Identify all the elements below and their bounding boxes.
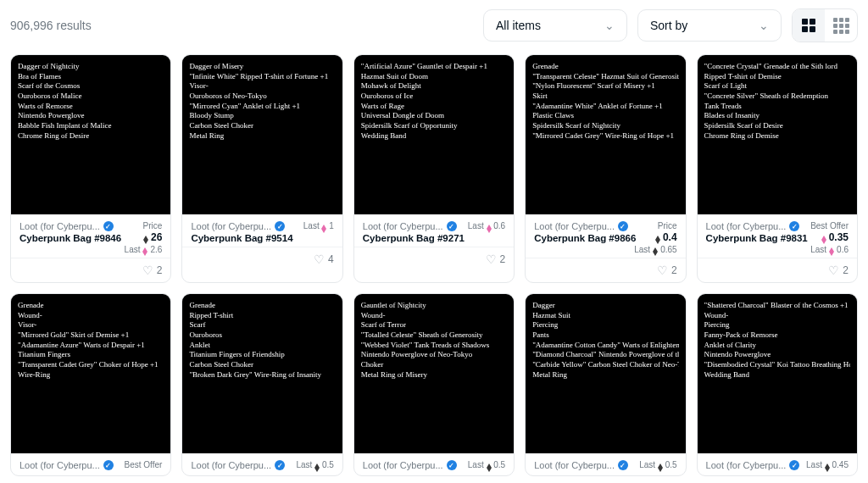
- price-label: Last 0.5: [296, 460, 333, 469]
- loot-line: Nintendo Powerglove: [704, 350, 850, 360]
- loot-line: Grenade: [532, 62, 678, 72]
- price-value: 0.35: [821, 231, 849, 243]
- card-meta: Loot (for Cyberpu...Last 0.45: [698, 453, 857, 475]
- loot-line: Metal Ring: [189, 131, 335, 142]
- price-label: Best Offer: [810, 221, 849, 230]
- loot-line: Visor-: [189, 81, 335, 92]
- grid-large-icon: [802, 19, 815, 32]
- loot-line: "Mirrored Cyan" Anklet of Light +1: [189, 102, 335, 112]
- loot-line: Metal Ring: [532, 370, 678, 380]
- card-meta: Loot (for Cyberpu...Last 0.5: [182, 453, 342, 475]
- loot-line: Spidersilk Scarf of Desire: [704, 121, 850, 131]
- loot-line: "Totalled Celeste" Sheath of Generosity: [361, 330, 507, 341]
- collection-name: Loot (for Cyberpu...: [19, 221, 100, 231]
- loot-line: "Disembodied Crystal" Koi Tattoo Breathi…: [704, 360, 850, 370]
- filter-items-label: All items: [496, 19, 541, 32]
- nft-card[interactable]: DaggerHazmat SuitPiercingPants"Adamantin…: [525, 293, 686, 476]
- loot-line: Dagger: [532, 301, 678, 311]
- loot-line: Wedding Band: [704, 370, 850, 380]
- heart-icon[interactable]: ♡: [314, 253, 325, 266]
- loot-line: Wire-Ring: [18, 370, 164, 380]
- nft-title: Cyberpunk Bag #9514: [191, 233, 292, 243]
- nft-card[interactable]: GrenadeWound-Visor-"Mirrored Gold" Skirt…: [10, 293, 171, 476]
- loot-line: "Artificial Azure" Gauntlet of Despair +…: [361, 62, 507, 72]
- loot-line: "Broken Dark Grey" Wire-Ring of Insanity: [189, 370, 335, 380]
- nft-card[interactable]: GrenadeRipped T-shirtScarfOuroborosAnkle…: [181, 293, 342, 476]
- loot-line: Piercing: [704, 320, 850, 330]
- nft-card[interactable]: Grenade"Transparent Celeste" Hazmat Suit…: [525, 54, 686, 283]
- verified-icon: [447, 460, 457, 470]
- heart-icon[interactable]: ♡: [657, 264, 668, 277]
- loot-line: Piercing: [532, 320, 678, 330]
- loot-line: Gauntlet of Nightcity: [361, 301, 507, 311]
- heart-icon[interactable]: ♡: [142, 264, 153, 277]
- nft-preview: GrenadeRipped T-shirtScarfOuroborosAnkle…: [182, 294, 342, 453]
- verified-icon: [789, 460, 799, 470]
- loot-line: Anklet: [189, 341, 335, 351]
- like-count: 2: [843, 264, 849, 276]
- results-count: 906,996 results: [10, 19, 473, 32]
- heart-icon[interactable]: ♡: [828, 264, 839, 277]
- price-label: Best Offer: [125, 460, 163, 469]
- loot-line: Wound-: [361, 311, 507, 321]
- grid-small-icon: [833, 18, 849, 34]
- loot-line: Spidersilk Scarf of Nightcity: [532, 121, 678, 131]
- loot-line: Titanium Fingers: [18, 350, 164, 360]
- loot-line: "Transparent Cadet Grey" Choker of Hope …: [18, 360, 164, 370]
- filter-items-dropdown[interactable]: All items ⌄: [483, 9, 627, 42]
- nft-card[interactable]: Dagger of Misery"Infinite White" Ripped …: [181, 54, 342, 283]
- price-label: Last 0.5: [468, 460, 505, 469]
- loot-line: Ouroboros of Neo-Tokyo: [189, 92, 335, 102]
- loot-line: Hazmat Suit of Doom: [361, 72, 507, 82]
- grid-small-button[interactable]: [825, 9, 857, 42]
- nft-title: Cyberpunk Bag #9866: [534, 233, 636, 243]
- nft-preview: GrenadeWound-Visor-"Mirrored Gold" Skirt…: [11, 294, 170, 453]
- collection-name: Loot (for Cyberpu...: [534, 460, 615, 470]
- nft-title: Cyberpunk Bag #9846: [19, 233, 121, 243]
- loot-line: "Shattered Charcoal" Blaster of the Cosm…: [704, 301, 850, 311]
- verified-icon: [103, 221, 114, 231]
- loot-line: "Diamond Charcoal" Nintendo Powerglove o…: [532, 350, 678, 360]
- nft-card[interactable]: "Artificial Azure" Gauntlet of Despair +…: [353, 54, 515, 283]
- loot-line: "Adamantine White" Anklet of Fortune +1: [532, 102, 678, 112]
- verified-icon: [618, 221, 628, 231]
- loot-line: Scarf of Terror: [361, 320, 507, 330]
- collection-name: Loot (for Cyberpu...: [191, 221, 271, 231]
- nft-title: Cyberpunk Bag #9831: [706, 233, 808, 243]
- nft-preview: "Artificial Azure" Gauntlet of Despair +…: [354, 55, 514, 214]
- loot-line: Tank Treads: [704, 102, 850, 112]
- nft-preview: Grenade"Transparent Celeste" Hazmat Suit…: [526, 55, 685, 214]
- loot-line: Bloody Stump: [189, 111, 335, 121]
- loot-line: Titanium Fingers of Friendship: [189, 350, 335, 360]
- like-count: 2: [671, 264, 677, 276]
- grid-large-button[interactable]: [793, 9, 825, 42]
- loot-line: Visor-: [18, 320, 164, 330]
- nft-card[interactable]: "Concrete Crystal" Grenade of the Sith l…: [697, 54, 858, 283]
- loot-line: Hazmat Suit: [532, 311, 678, 321]
- view-toggle: [792, 8, 858, 42]
- collection-name: Loot (for Cyberpu...: [534, 221, 615, 231]
- loot-line: Chrome Ring of Demise: [704, 131, 850, 142]
- nft-card[interactable]: Gauntlet of NightcityWound-Scarf of Terr…: [353, 293, 515, 476]
- loot-line: Bra of Flames: [18, 72, 164, 82]
- loot-line: "Infinite White" Ripped T-shirt of Fortu…: [189, 72, 335, 82]
- loot-line: "Nylon Fluorescent" Scarf of Misery +1: [532, 81, 678, 92]
- verified-icon: [789, 221, 799, 231]
- loot-line: Blades of Insanity: [704, 111, 850, 121]
- card-meta: Loot (for Cyberpu...Last 1Cyberpunk Bag …: [182, 214, 342, 247]
- loot-line: "Mirrored Cadet Grey" Wire-Ring of Hope …: [532, 131, 678, 142]
- nft-card[interactable]: "Shattered Charcoal" Blaster of the Cosm…: [697, 293, 858, 476]
- heart-icon[interactable]: ♡: [486, 253, 497, 266]
- loot-line: Dagger of Nightcity: [18, 62, 164, 72]
- loot-line: Chrome Ring of Desire: [18, 131, 164, 142]
- loot-line: Ouroboros: [189, 330, 335, 341]
- loot-line: Fanny-Pack of Remorse: [704, 330, 850, 341]
- loot-line: Scarf of Light: [704, 81, 850, 92]
- loot-line: Nintendo Powerglove of Neo-Tokyo: [361, 350, 507, 360]
- nft-preview: "Shattered Charcoal" Blaster of the Cosm…: [698, 294, 857, 453]
- nft-title: Cyberpunk Bag #9271: [363, 233, 465, 243]
- price-label: Last 1: [303, 221, 334, 230]
- sort-dropdown[interactable]: Sort by ⌄: [637, 9, 782, 42]
- verified-icon: [618, 460, 628, 470]
- nft-card[interactable]: Dagger of NightcityBra of FlamesScarf of…: [10, 54, 171, 283]
